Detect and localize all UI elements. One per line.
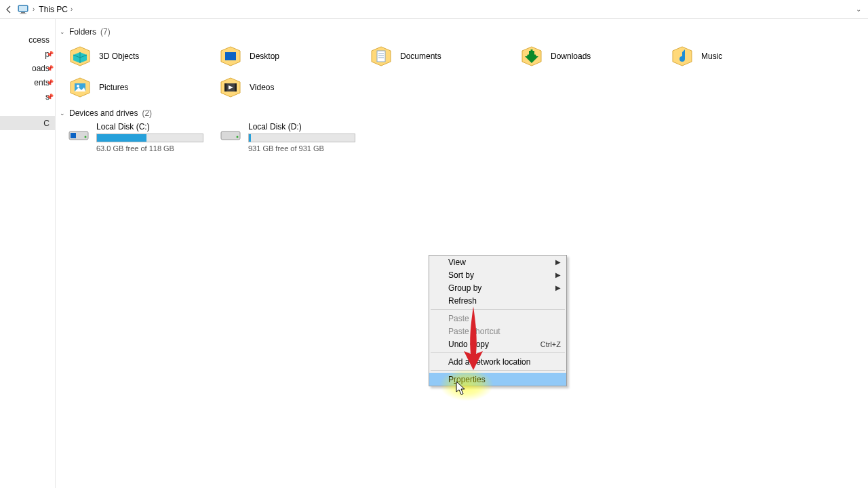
- sidebar-item-thispc[interactable]: C: [0, 116, 55, 130]
- svg-rect-15: [71, 133, 76, 138]
- documents-icon: [369, 44, 393, 68]
- svg-rect-1: [19, 6, 27, 11]
- menu-shortcut: Ctrl+Z: [540, 340, 561, 348]
- drive-c[interactable]: Local Disk (C:) 63.0 GB free of 118 GB: [60, 122, 210, 155]
- ctx-item-paste: Paste: [429, 312, 566, 325]
- folder-downloads[interactable]: Downloads: [511, 41, 662, 72]
- address-bar[interactable]: › This PC › ⌄: [0, 0, 868, 19]
- folder-label: Desktop: [250, 52, 279, 61]
- svg-point-18: [237, 136, 239, 138]
- svg-rect-17: [221, 131, 240, 140]
- svg-rect-4: [225, 52, 236, 60]
- drive-name: Local Disk (D:): [248, 122, 355, 131]
- desktop-icon: [218, 44, 243, 68]
- ctx-item-paste-shortcut: Paste shortcut: [429, 325, 566, 338]
- group-count: (2): [142, 108, 152, 118]
- sidebar-item-quickaccess[interactable]: ccess: [0, 33, 55, 47]
- back-button[interactable]: [4, 5, 14, 14]
- folder-label: Pictures: [99, 83, 128, 92]
- chevron-right-icon: ›: [71, 5, 73, 13]
- ctx-item-view[interactable]: View▶: [429, 256, 566, 268]
- ctx-item-sortby[interactable]: Sort by▶: [429, 268, 566, 281]
- sidebar-item-documents[interactable]: ents📌: [0, 75, 55, 89]
- drive-free-text: 931 GB free of 931 GB: [248, 144, 355, 152]
- menu-separator: [431, 352, 565, 353]
- svg-point-16: [85, 136, 87, 138]
- pin-icon: 📌: [46, 94, 54, 100]
- pictures-icon: [68, 75, 92, 100]
- pin-icon: 📌: [46, 51, 54, 58]
- sidebar-item-desktop[interactable]: p📌: [0, 47, 55, 61]
- svg-rect-12: [224, 83, 226, 92]
- drive-d[interactable]: Local Disk (D:) 931 GB free of 931 GB: [212, 122, 362, 155]
- chevron-right-icon: ▶: [555, 271, 561, 279]
- folder-label: Documents: [400, 52, 441, 61]
- drive-free-text: 63.0 GB free of 118 GB: [96, 144, 203, 152]
- chevron-right-icon: ▶: [555, 258, 561, 266]
- this-pc-icon: [18, 4, 28, 15]
- drive-icon: [68, 123, 90, 145]
- nav-sidebar: ccess p📌 oads📌 ents📌 s📌 C: [0, 19, 56, 488]
- downloads-icon: [519, 44, 544, 68]
- svg-rect-5: [377, 51, 385, 62]
- ctx-item-groupby[interactable]: Group by▶: [429, 281, 566, 294]
- group-label: Folders: [69, 27, 96, 37]
- svg-point-10: [77, 85, 79, 87]
- group-label: Devices and drives: [69, 108, 138, 118]
- folder-label: Music: [701, 52, 722, 61]
- svg-rect-13: [235, 83, 237, 92]
- pin-icon: 📌: [46, 79, 54, 86]
- ctx-item-properties[interactable]: Properties: [429, 373, 566, 386]
- chevron-down-icon: ⌄: [60, 110, 65, 117]
- context-menu: View▶ Sort by▶ Group by▶ Refresh Paste P…: [429, 255, 567, 386]
- pin-icon: 📌: [46, 65, 54, 72]
- folder-music[interactable]: Music: [662, 41, 812, 72]
- music-icon: [670, 44, 694, 68]
- group-header-folders[interactable]: ⌄ Folders (7): [60, 26, 868, 38]
- drives-grid: Local Disk (C:) 63.0 GB free of 118 GB L…: [60, 122, 868, 155]
- drive-name: Local Disk (C:): [96, 122, 203, 131]
- folders-grid: 3D Objects Desktop Documents Downloads M…: [60, 41, 868, 103]
- drive-usage-bar: [96, 134, 203, 142]
- folder-label: 3D Objects: [99, 52, 139, 61]
- svg-rect-2: [21, 12, 25, 14]
- sidebar-item-downloads[interactable]: oads📌: [0, 61, 55, 75]
- folder-desktop[interactable]: Desktop: [210, 41, 361, 72]
- folder-videos[interactable]: Videos: [210, 72, 361, 103]
- group-count: (7): [100, 27, 111, 37]
- drive-icon: [220, 123, 241, 145]
- ctx-item-undo[interactable]: Undo CopyCtrl+Z: [429, 338, 566, 350]
- content-pane[interactable]: ⌄ Folders (7) 3D Objects Desktop Documen…: [56, 19, 868, 488]
- chevron-right-icon: ›: [33, 5, 35, 13]
- drive-usage-bar: [248, 134, 355, 142]
- menu-separator: [431, 309, 565, 310]
- ctx-item-add-network[interactable]: Add a network location: [429, 355, 566, 368]
- videos-icon: [218, 75, 243, 100]
- 3d-objects-icon: [68, 44, 92, 68]
- folder-documents[interactable]: Documents: [361, 41, 511, 72]
- folder-pictures[interactable]: Pictures: [60, 72, 210, 103]
- chevron-right-icon: ▶: [555, 284, 561, 291]
- folder-3d-objects[interactable]: 3D Objects: [60, 41, 210, 72]
- sidebar-item-pictures[interactable]: s📌: [0, 89, 55, 104]
- menu-separator: [431, 370, 565, 371]
- ctx-item-refresh[interactable]: Refresh: [429, 294, 566, 307]
- folder-label: Videos: [250, 83, 274, 92]
- breadcrumb[interactable]: This PC ›: [39, 5, 73, 14]
- ctx-label: Properties: [448, 375, 486, 384]
- folder-label: Downloads: [551, 52, 591, 61]
- breadcrumb-label: This PC: [39, 5, 68, 14]
- chevron-down-icon: ⌄: [60, 28, 65, 35]
- chevron-down-icon[interactable]: ⌄: [856, 5, 861, 13]
- group-header-drives[interactable]: ⌄ Devices and drives (2): [60, 107, 868, 119]
- svg-rect-3: [20, 13, 26, 14]
